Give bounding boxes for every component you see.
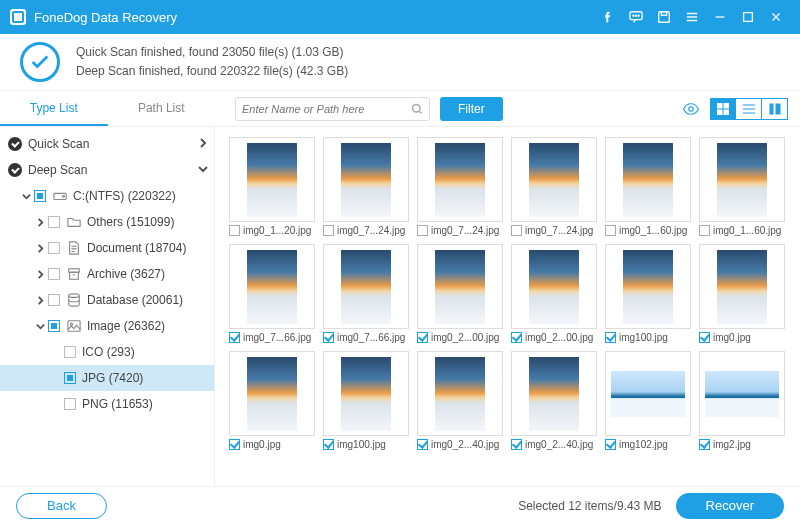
thumbnail-tile[interactable]: img0_2...00.jpg: [511, 244, 597, 343]
drive-icon: [52, 188, 68, 204]
thumbnail-tile[interactable]: img0_7...66.jpg: [323, 244, 409, 343]
document-icon: [66, 240, 82, 256]
thumbnail-tile[interactable]: img100.jpg: [605, 244, 691, 343]
thumbnail-checkbox[interactable]: [323, 439, 334, 450]
thumbnail-label-row: img100.jpg: [605, 332, 691, 343]
thumbnail-image: [511, 351, 597, 436]
tree-quick-scan[interactable]: Quick Scan: [0, 131, 214, 157]
footer: Back Selected 12 items/9.43 MB Recover: [0, 486, 800, 524]
thumbnail-grid-wrap: img0_1...20.jpgimg0_7...24.jpgimg0_7...2…: [215, 127, 800, 486]
app-logo: [10, 9, 26, 25]
thumbnail-tile[interactable]: img0_7...24.jpg: [417, 137, 503, 236]
view-grid-button[interactable]: [710, 98, 736, 120]
thumbnail-checkbox[interactable]: [699, 332, 710, 343]
checkbox-icon[interactable]: [64, 372, 76, 384]
thumbnail-tile[interactable]: img0_1...20.jpg: [229, 137, 315, 236]
recover-button[interactable]: Recover: [676, 493, 784, 519]
save-icon[interactable]: [650, 0, 678, 34]
thumbnail-tile[interactable]: img102.jpg: [605, 351, 691, 450]
thumbnail-checkbox[interactable]: [699, 439, 710, 450]
thumbnail-checkbox[interactable]: [229, 225, 240, 236]
thumbnail-tile[interactable]: img0_2...40.jpg: [511, 351, 597, 450]
thumbnail-tile[interactable]: img100.jpg: [323, 351, 409, 450]
thumbnail-image: [417, 244, 503, 329]
thumbnail-checkbox[interactable]: [605, 332, 616, 343]
minimize-icon[interactable]: [706, 0, 734, 34]
tree-database[interactable]: Database (20061): [0, 287, 214, 313]
thumbnail-checkbox[interactable]: [417, 439, 428, 450]
thumbnail-filename: img0_1...20.jpg: [243, 225, 311, 236]
thumbnail-tile[interactable]: img0_7...66.jpg: [229, 244, 315, 343]
tree-jpg[interactable]: JPG (7420): [0, 365, 214, 391]
checkbox-icon[interactable]: [48, 294, 60, 306]
filter-button[interactable]: Filter: [440, 97, 503, 121]
facebook-icon[interactable]: [594, 0, 622, 34]
thumbnail-tile[interactable]: img0_2...00.jpg: [417, 244, 503, 343]
thumbnail-checkbox[interactable]: [417, 225, 428, 236]
thumbnail-image: [605, 351, 691, 436]
thumbnail-tile[interactable]: img0_1...60.jpg: [605, 137, 691, 236]
thumbnail-checkbox[interactable]: [323, 332, 334, 343]
checkbox-icon[interactable]: [48, 268, 60, 280]
thumbnail-checkbox[interactable]: [417, 332, 428, 343]
checkbox-icon[interactable]: [64, 346, 76, 358]
thumbnail-label-row: img0_2...00.jpg: [417, 332, 503, 343]
maximize-icon[interactable]: [734, 0, 762, 34]
tree-others[interactable]: Others (151099): [0, 209, 214, 235]
check-dot-icon: [8, 137, 22, 151]
view-detail-button[interactable]: [762, 98, 788, 120]
tree-label: Archive (3627): [87, 267, 165, 281]
search-icon: [411, 103, 423, 115]
thumbnail-tile[interactable]: img0.jpg: [699, 244, 785, 343]
thumbnail-tile[interactable]: img2.jpg: [699, 351, 785, 450]
selection-summary: Selected 12 items/9.43 MB: [518, 499, 661, 513]
thumbnail-tile[interactable]: img0_1...60.jpg: [699, 137, 785, 236]
thumbnail-tile[interactable]: img0_2...40.jpg: [417, 351, 503, 450]
image-icon: [66, 318, 82, 334]
preview-toggle-icon[interactable]: [678, 98, 704, 120]
checkbox-icon[interactable]: [48, 216, 60, 228]
thumbnail-filename: img0.jpg: [243, 439, 281, 450]
thumbnail-checkbox[interactable]: [229, 332, 240, 343]
search-input[interactable]: [242, 103, 411, 115]
thumbnail-checkbox[interactable]: [511, 332, 522, 343]
tab-type-list[interactable]: Type List: [0, 91, 108, 126]
checkbox-icon[interactable]: [48, 242, 60, 254]
checkbox-icon[interactable]: [34, 190, 46, 202]
thumbnail-checkbox[interactable]: [605, 439, 616, 450]
titlebar: FoneDog Data Recovery: [0, 0, 800, 34]
thumbnail-label-row: img0.jpg: [229, 439, 315, 450]
checkbox-icon[interactable]: [48, 320, 60, 332]
thumbnail-image: [323, 137, 409, 222]
tree-document[interactable]: Document (18704): [0, 235, 214, 261]
thumbnail-label-row: img0_7...24.jpg: [323, 225, 409, 236]
tree-label: Document (18704): [87, 241, 186, 255]
tree-image[interactable]: Image (26362): [0, 313, 214, 339]
tree-archive[interactable]: Archive (3627): [0, 261, 214, 287]
tree-deep-scan[interactable]: Deep Scan: [0, 157, 214, 183]
thumbnail-filename: img0_2...40.jpg: [525, 439, 593, 450]
thumbnail-checkbox[interactable]: [511, 225, 522, 236]
thumbnail-checkbox[interactable]: [699, 225, 710, 236]
menu-icon[interactable]: [678, 0, 706, 34]
search-input-wrap[interactable]: [235, 97, 430, 121]
thumbnail-checkbox[interactable]: [511, 439, 522, 450]
checkbox-icon[interactable]: [64, 398, 76, 410]
tree-png[interactable]: PNG (11653): [0, 391, 214, 417]
back-button[interactable]: Back: [16, 493, 107, 519]
thumbnail-tile[interactable]: img0.jpg: [229, 351, 315, 450]
thumbnail-checkbox[interactable]: [323, 225, 334, 236]
thumbnail-image: [229, 351, 315, 436]
tree-ico[interactable]: ICO (293): [0, 339, 214, 365]
thumbnail-label-row: img0_2...40.jpg: [417, 439, 503, 450]
thumbnail-checkbox[interactable]: [229, 439, 240, 450]
thumbnail-tile[interactable]: img0_7...24.jpg: [511, 137, 597, 236]
tab-path-list[interactable]: Path List: [108, 91, 216, 126]
close-icon[interactable]: [762, 0, 790, 34]
thumbnail-checkbox[interactable]: [605, 225, 616, 236]
feedback-icon[interactable]: [622, 0, 650, 34]
thumbnail-label-row: img2.jpg: [699, 439, 785, 450]
view-list-button[interactable]: [736, 98, 762, 120]
thumbnail-tile[interactable]: img0_7...24.jpg: [323, 137, 409, 236]
tree-drive[interactable]: C:(NTFS) (220322): [0, 183, 214, 209]
